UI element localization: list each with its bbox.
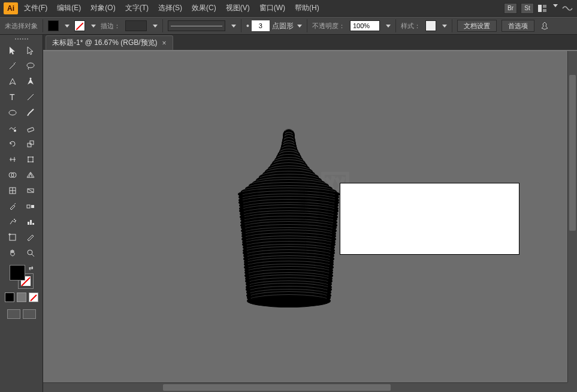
options-bar: 未选择对象 描边： • 3 点圆形 不透明度： 100% 样式： 文档设置 首选… xyxy=(0,17,577,35)
curvature-tool[interactable] xyxy=(22,74,39,89)
brush-definition[interactable]: • 3 点圆形 xyxy=(246,20,302,31)
menu-type[interactable]: 文字(T) xyxy=(122,2,152,15)
svg-rect-31 xyxy=(32,223,34,225)
svg-point-28 xyxy=(14,221,16,222)
eyedropper-tool[interactable] xyxy=(4,199,21,213)
scale-tool[interactable] xyxy=(22,137,39,151)
artboard-tool[interactable] xyxy=(4,230,21,245)
graphic-style-swatch[interactable] xyxy=(425,20,436,31)
svg-rect-30 xyxy=(30,220,32,225)
lasso-tool[interactable] xyxy=(22,59,39,73)
document-tab[interactable]: 未标题-1* @ 16.67% (RGB/预览) × xyxy=(46,35,173,50)
direct-selection-tool[interactable] xyxy=(22,43,39,58)
stroke-swatch[interactable] xyxy=(74,20,85,31)
svg-rect-29 xyxy=(28,222,29,225)
svg-rect-12 xyxy=(28,157,33,162)
artwork-white-rectangle[interactable] xyxy=(340,183,519,255)
gpu-icon[interactable] xyxy=(561,4,573,13)
vertical-scrollbar[interactable] xyxy=(567,51,577,382)
pen-tool[interactable] xyxy=(4,74,21,89)
menu-file[interactable]: 文件(F) xyxy=(20,2,51,15)
bridge-icon[interactable]: Br xyxy=(504,3,517,14)
swap-fill-stroke-icon[interactable]: ⇄ xyxy=(29,265,34,271)
stroke-label: 描边： xyxy=(101,22,120,31)
perspective-grid-tool[interactable] xyxy=(22,168,39,182)
shaper-tool[interactable] xyxy=(4,121,21,135)
shape-builder-tool[interactable] xyxy=(4,168,21,182)
document-area: 未标题-1* @ 16.67% (RGB/预览) × Gxl网 system xyxy=(43,35,577,392)
width-tool[interactable] xyxy=(4,152,21,167)
eraser-tool[interactable] xyxy=(22,121,39,135)
document-tab-bar: 未标题-1* @ 16.67% (RGB/预览) × xyxy=(43,35,577,50)
toolbox-grip[interactable] xyxy=(0,35,43,43)
svg-rect-24 xyxy=(27,205,30,208)
svg-rect-11 xyxy=(30,141,34,144)
svg-point-26 xyxy=(14,219,15,220)
mesh-tool[interactable] xyxy=(4,183,21,198)
canvas[interactable]: Gxl网 system xyxy=(43,50,577,392)
color-mode-gradient[interactable] xyxy=(17,293,26,302)
zoom-tool[interactable] xyxy=(22,246,39,260)
menu-view[interactable]: 视图(V) xyxy=(222,2,253,15)
fill-stroke-color[interactable]: ⇄ xyxy=(10,265,34,289)
ellipse-tool[interactable] xyxy=(4,105,21,120)
opacity-input[interactable]: 100% xyxy=(350,20,380,31)
svg-point-4 xyxy=(29,78,31,80)
svg-rect-32 xyxy=(10,234,16,240)
symbol-sprayer-tool[interactable] xyxy=(4,215,21,229)
pin-control-bar-icon[interactable] xyxy=(539,20,550,31)
workspace: T ⇄ xyxy=(0,35,577,392)
document-setup-button[interactable]: 文档设置 xyxy=(457,20,497,32)
toolbox: T ⇄ xyxy=(0,35,43,392)
stroke-weight-input[interactable] xyxy=(125,20,147,31)
screen-mode-normal[interactable] xyxy=(7,309,20,319)
menu-edit[interactable]: 编辑(E) xyxy=(53,2,84,15)
rotate-tool[interactable] xyxy=(4,137,21,151)
menu-bar: Ai 文件(F) 编辑(E) 对象(O) 文字(T) 选择(S) 效果(C) 视… xyxy=(0,0,577,17)
variable-width-profile[interactable] xyxy=(168,20,225,31)
type-tool[interactable]: T xyxy=(4,90,21,104)
slice-tool[interactable] xyxy=(22,230,39,245)
screen-mode-full[interactable] xyxy=(23,309,36,319)
menu-window[interactable]: 窗口(W) xyxy=(256,2,289,15)
color-mode-none[interactable] xyxy=(29,293,38,302)
hand-tool[interactable] xyxy=(4,246,21,260)
menu-select[interactable]: 选择(S) xyxy=(155,2,186,15)
close-tab-icon[interactable]: × xyxy=(162,39,167,47)
menu-effect[interactable]: 效果(C) xyxy=(188,2,220,15)
preferences-button[interactable]: 首选项 xyxy=(502,20,534,32)
blend-tool[interactable] xyxy=(22,199,39,213)
color-mode-solid[interactable] xyxy=(5,293,14,302)
app-logo: Ai xyxy=(4,2,18,14)
color-mode-row xyxy=(5,293,38,302)
selection-status: 未选择对象 xyxy=(5,22,38,31)
selection-tool[interactable] xyxy=(4,43,21,58)
gradient-tool[interactable] xyxy=(22,183,39,198)
svg-line-23 xyxy=(28,189,34,192)
menu-help[interactable]: 帮助(H) xyxy=(291,2,323,15)
svg-line-36 xyxy=(32,254,34,257)
fill-swatch[interactable] xyxy=(48,20,59,31)
free-transform-tool[interactable] xyxy=(22,152,39,167)
menu-object[interactable]: 对象(O) xyxy=(87,2,119,15)
svg-rect-10 xyxy=(28,143,31,147)
stock-icon[interactable]: St xyxy=(521,3,534,14)
paintbrush-tool[interactable] xyxy=(22,105,39,120)
magic-wand-tool[interactable] xyxy=(4,59,21,73)
svg-rect-25 xyxy=(31,205,34,208)
artwork-drill-bit[interactable] xyxy=(238,129,340,309)
column-graph-tool[interactable] xyxy=(22,215,39,229)
svg-point-27 xyxy=(15,220,16,221)
fill-color[interactable] xyxy=(10,265,25,281)
horizontal-scrollbar[interactable] xyxy=(43,382,567,392)
line-tool[interactable] xyxy=(22,90,39,104)
svg-rect-2 xyxy=(543,9,546,12)
svg-rect-9 xyxy=(27,127,34,132)
svg-point-14 xyxy=(32,156,34,158)
svg-point-16 xyxy=(32,161,34,162)
svg-point-8 xyxy=(14,129,16,132)
svg-point-7 xyxy=(9,110,16,115)
svg-point-35 xyxy=(28,250,32,255)
style-label: 样式： xyxy=(401,22,421,31)
arrange-documents-icon[interactable] xyxy=(537,4,558,13)
